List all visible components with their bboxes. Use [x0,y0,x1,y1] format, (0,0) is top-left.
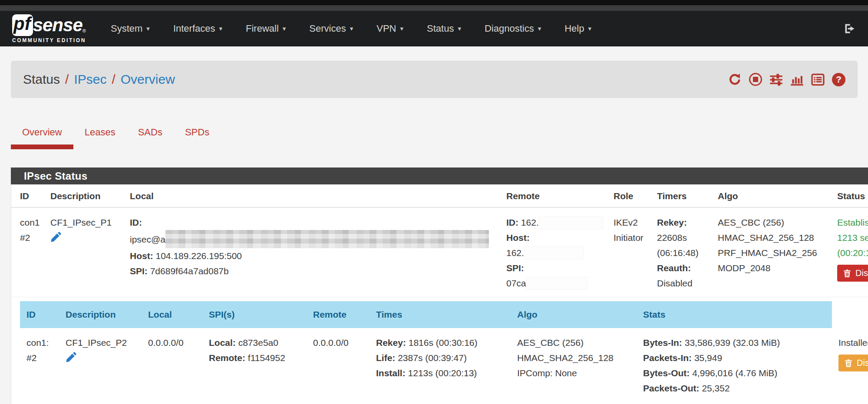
rekey-value: 1816s (00:30:16) [409,338,478,348]
breadcrumb-link-ipsec[interactable]: IPsec [74,72,106,87]
navbar-menu: System ▾ Interfaces ▾ Firewall ▾ Service… [99,23,603,34]
col-header-description: Description [59,301,142,328]
cell-remote: 0.0.0.0/0 [307,328,370,403]
cell-algo: AES_CBC (256) HMAC_SHA2_256_128 PRF_HMAC… [709,207,828,297]
ike-sa-table: ID Description Local Remote Role Timers … [11,184,868,297]
connection-id: con1: [26,335,59,350]
remote-id-label: ID: [506,217,518,227]
algo-prf: PRF_HMAC_SHA2_256 [718,245,828,260]
remote-spi-value: 07ca [506,278,526,288]
cell-local: 0.0.0.0/0 [142,328,202,403]
nav-item-services[interactable]: Services ▾ [297,23,365,34]
nav-item-interfaces[interactable]: Interfaces ▾ [162,23,234,34]
cell-local: ID: ipsec@a Host: 104.189.226.195:500 SP… [121,207,498,297]
algo-ipcomp: IPComp: None [517,365,637,381]
cell-description: CF1_IPsec_P1 [42,207,121,297]
caret-down-icon: ▾ [588,25,591,33]
bytes-out-value: 4,996,016 (4.76 MiB) [692,368,777,378]
main-navbar: pf sense ® COMMUNITY EDITION System ▾ In… [0,11,868,46]
remote-host-label: Host: [506,233,530,243]
tab-overview[interactable]: Overview [11,121,73,149]
sliders-icon[interactable] [769,73,783,86]
local-id-value: ipsec@a [130,234,165,244]
cell-status: Established 1213 seconds (00:20:13) Disc… [828,207,868,297]
nav-item-vpn[interactable]: VPN ▾ [365,23,415,34]
pfsense-logo-row: pf sense ® [12,14,86,36]
disconnect-label: Disconnect [857,358,868,368]
cell-description: CF1_IPsec_P2 [59,328,142,403]
local-spi-label: SPI: [130,266,148,276]
stop-icon[interactable] [749,73,762,86]
logo-sense: sense [33,15,83,36]
logo-registered-mark: ® [83,28,86,33]
col-header-times: Times [370,301,511,328]
remote-spi-label: SPI: [506,263,524,273]
top-gray-strip [0,5,868,11]
caret-down-icon: ▾ [538,25,541,33]
algo-dh-group: MODP_2048 [718,260,828,276]
tab-leases[interactable]: Leases [73,121,127,149]
local-host-value: 104.189.226.195:500 [156,251,242,261]
tab-sads[interactable]: SADs [127,121,174,149]
col-header-role: Role [605,184,648,207]
redacted-white-block [526,277,588,290]
list-icon[interactable] [811,73,825,86]
bytes-in-value: 33,586,939 (32.03 MiB) [685,338,780,348]
remote-network: 0.0.0.0/0 [313,335,370,350]
edit-pencil-icon[interactable] [50,232,61,247]
packets-in-value: 35,949 [694,353,722,363]
install-value: 1213s (00:20:13) [408,368,477,378]
redacted-white-block [524,246,584,259]
rekey-label: Rekey: [657,217,687,227]
breadcrumb-separator: / [106,72,120,87]
connection-id: con1 [20,215,42,230]
nav-label: Firewall [246,23,279,34]
spi-remote-label: Remote: [209,353,245,363]
nav-item-system[interactable]: System ▾ [99,23,162,34]
disconnect-button[interactable]: Disconnect [837,265,868,282]
spi-remote-value: f1154952 [248,353,285,363]
col-header-algo: Algo [511,301,637,328]
sign-out-icon[interactable] [844,23,856,35]
life-value: 2387s (00:39:47) [398,353,467,363]
col-header-remote: Remote [498,184,605,207]
trash-icon [844,358,853,368]
col-header-remote: Remote [307,301,370,328]
rekey-value: 22608s [657,230,709,245]
disconnect-button[interactable]: Disconnect [838,355,868,371]
ipsec-tabs: Overview Leases SADs SPDs [11,121,221,149]
col-header-spis: SPI(s) [202,301,307,328]
ike-table-header-row: ID Description Local Remote Role Timers … [11,184,868,207]
cell-remote: ID: 162. Host: 162. SPI: 07ca [498,207,605,297]
help-icon[interactable]: ? [832,73,845,86]
col-header-algo: Algo [709,184,828,207]
edit-pencil-icon[interactable] [66,352,76,367]
tab-spds[interactable]: SPDs [174,121,221,149]
bytes-out-label: Bytes-Out: [643,368,690,378]
pfsense-logo[interactable]: pf sense ® COMMUNITY EDITION [12,14,86,43]
nav-item-firewall[interactable]: Firewall ▾ [234,23,297,34]
caret-down-icon: ▾ [400,25,403,33]
algo-integrity: HMAC_SHA2_256_128 [718,230,828,245]
local-spi-value: 7d689f64a7ad087b [150,266,229,276]
local-host-label: Host: [130,251,153,261]
local-id-label: ID: [130,217,142,227]
role-version: IKEv2 [614,215,648,230]
nav-item-status[interactable]: Status ▾ [415,23,473,34]
status-time: (00:20:13) [837,245,868,260]
caret-down-icon: ▾ [283,25,286,33]
cell-spis: Local: c873e5a0 Remote: f1154952 [202,328,307,403]
breadcrumb-link-overview[interactable]: Overview [121,72,175,87]
nav-item-diagnostics[interactable]: Diagnostics ▾ [473,23,553,34]
nav-item-help[interactable]: Help ▾ [553,23,603,34]
refresh-icon[interactable] [728,73,742,86]
spi-local-value: c873e5a0 [238,338,278,348]
caret-down-icon: ▾ [219,25,222,33]
cell-times: Rekey: 1816s (00:30:16) Life: 2387s (00:… [370,328,511,403]
col-header-empty [832,301,868,328]
trash-icon [843,269,851,278]
description-text: CF1_IPsec_P1 [50,215,121,230]
bar-chart-icon[interactable] [790,73,804,86]
nav-label: VPN [376,23,396,34]
col-header-timers: Timers [648,184,709,207]
